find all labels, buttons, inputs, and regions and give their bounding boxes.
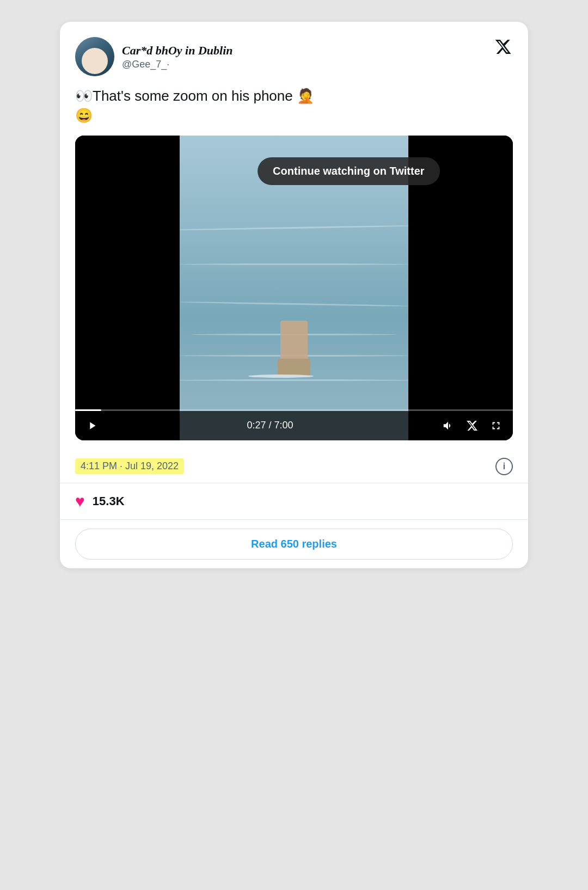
water-splash [248, 375, 314, 378]
tweet-timestamp[interactable]: 4:11 PM · Jul 19, 2022 [75, 458, 184, 474]
video-controls: 0:27 / 7:00 [75, 411, 513, 440]
tweet-header-left: Car*d bhOy in Dublin @Gee_7_· [75, 37, 233, 76]
user-info: Car*d bhOy in Dublin @Gee_7_· [122, 44, 233, 70]
tweet-text: 👀That's some zoom on his phone 🤦 😄 [75, 86, 513, 126]
likes-count: 15.3K [93, 494, 125, 508]
video-time: 0:27 / 7:00 [109, 420, 431, 431]
x-logo-icon[interactable] [493, 37, 513, 57]
tweet-emoji: 😄 [75, 107, 93, 124]
tweet-text-content: 👀That's some zoom on his phone 🤦 [75, 88, 314, 104]
play-button[interactable] [86, 420, 98, 432]
video-ctrl-icons [442, 420, 502, 432]
info-icon[interactable]: i [495, 458, 513, 475]
video-x-logo-icon[interactable] [466, 420, 478, 432]
avatar[interactable] [75, 37, 114, 76]
timestamp-row: 4:11 PM · Jul 19, 2022 i [75, 450, 513, 483]
username[interactable]: @Gee_7_· [122, 59, 233, 70]
video-frame: Continue watching on Twitter 0:27 / 7:00 [75, 136, 513, 440]
fullscreen-icon[interactable] [490, 420, 502, 432]
video-container[interactable]: Continue watching on Twitter 0:27 / 7:00 [75, 136, 513, 440]
read-replies-button[interactable]: Read 650 replies [75, 529, 513, 560]
likes-row: ♥ 15.3K [75, 483, 513, 519]
heart-icon[interactable]: ♥ [75, 492, 85, 511]
tweet-header: Car*d bhOy in Dublin @Gee_7_· [75, 37, 513, 76]
continue-watching-badge[interactable]: Continue watching on Twitter [258, 157, 439, 185]
divider-2 [60, 519, 528, 520]
continue-watching-label: Continue watching on Twitter [273, 165, 424, 177]
display-name[interactable]: Car*d bhOy in Dublin [122, 44, 233, 58]
volume-icon[interactable] [442, 420, 454, 432]
tweet-card: Car*d bhOy in Dublin @Gee_7_· 👀That's so… [60, 22, 528, 568]
video-object [278, 321, 310, 375]
